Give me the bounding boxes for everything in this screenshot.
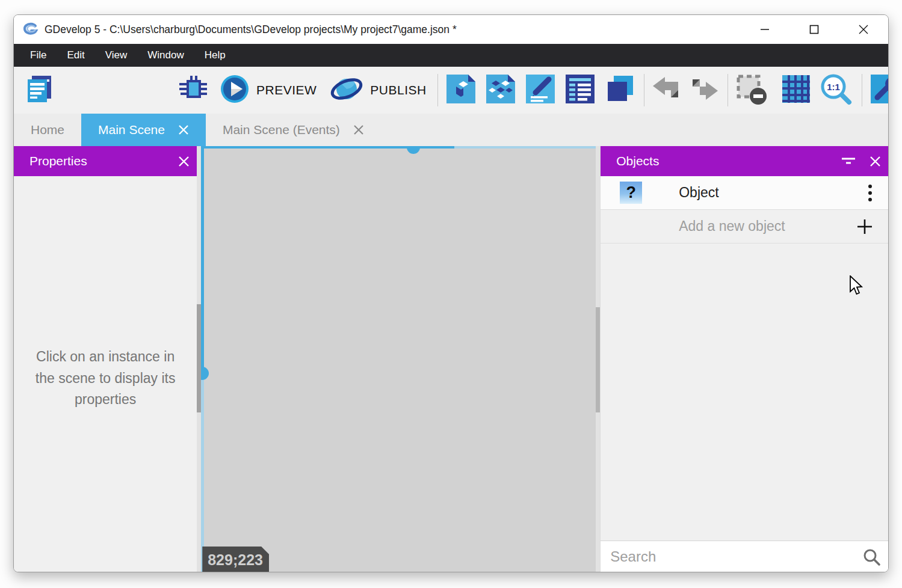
grid-button[interactable] [781, 74, 811, 106]
minimize-button[interactable] [740, 15, 789, 44]
layers-icon [604, 73, 635, 107]
objects-editor-icon [445, 73, 477, 107]
tab-main-scene[interactable]: Main Scene [81, 114, 206, 146]
publish-label: PUBLISH [370, 83, 426, 97]
grid-icon [781, 74, 811, 106]
project-manager-button[interactable] [22, 74, 55, 106]
objects-panel: Objects ? Object [600, 146, 888, 572]
undo-button[interactable] [650, 76, 682, 105]
layers-editor-button[interactable] [604, 73, 635, 107]
canvas-scrollbar-right[interactable] [596, 146, 600, 572]
undo-icon [650, 76, 682, 105]
tab-home[interactable]: Home [14, 114, 81, 146]
close-properties-button[interactable] [170, 146, 197, 176]
maximize-button[interactable] [789, 15, 839, 44]
menu-view[interactable]: View [95, 44, 138, 67]
tab-label: Main Scene (Events) [223, 123, 340, 137]
object-groups-icon [485, 73, 516, 107]
window-title: GDevelop 5 - C:\Users\charburg\Documents… [45, 23, 457, 36]
tab-close-icon[interactable] [178, 124, 189, 135]
publish-globe-icon [330, 74, 363, 106]
tab-close-icon[interactable] [353, 124, 364, 135]
objects-editor-button[interactable] [445, 73, 477, 107]
scene-variables-icon [564, 73, 596, 107]
deselect-instances-button[interactable] [735, 73, 769, 107]
scrollbar-thumb[interactable] [596, 307, 600, 412]
editor-tabs: Home Main Scene Main Scene (Events) [14, 114, 888, 146]
properties-empty-message: Click on an instance in the scene to dis… [26, 346, 184, 411]
scene-properties-pencil-icon [525, 73, 556, 107]
toolbar-divider [644, 74, 644, 106]
properties-panel: Properties Click on an instance in the s… [14, 146, 197, 572]
redo-icon [689, 76, 720, 105]
object-name: Object [679, 185, 718, 201]
menu-window[interactable]: Window [137, 44, 194, 67]
gdevelop-window: GDevelop 5 - C:\Users\charburg\Documents… [13, 14, 889, 572]
play-icon [220, 74, 250, 106]
object-context-menu-button[interactable] [868, 184, 873, 202]
close-objects-button[interactable] [862, 146, 888, 176]
scene-canvas[interactable]: 829;223 [197, 146, 600, 572]
debugger-button[interactable] [178, 74, 208, 106]
tab-label: Home [31, 123, 64, 137]
kebab-menu-icon [868, 184, 873, 202]
screen: GDevelop 5 - C:\Users\charburg\Documents… [0, 0, 902, 588]
object-groups-button[interactable] [485, 73, 516, 107]
zoom-1-1-icon: 1:1 [820, 73, 853, 108]
window-controls [740, 15, 888, 44]
filter-icon [841, 155, 856, 167]
objects-list-empty-area [601, 243, 888, 541]
publish-button[interactable]: PUBLISH [330, 74, 426, 106]
add-object-button[interactable] [857, 219, 873, 234]
add-object-label: Add a new object [679, 218, 785, 234]
debugger-bug-icon [178, 74, 208, 106]
resize-handle-top[interactable] [407, 146, 420, 154]
svg-text:1:1: 1:1 [827, 82, 840, 92]
gdevelop-logo-icon [22, 21, 39, 38]
properties-panel-header: Properties [14, 146, 197, 176]
preview-button[interactable]: PREVIEW [220, 74, 317, 106]
project-manager-icon [22, 74, 55, 106]
close-window-button[interactable] [839, 15, 888, 44]
title-bar: GDevelop 5 - C:\Users\charburg\Documents… [14, 15, 888, 44]
cursor-coordinates-badge: 829;223 [202, 547, 269, 572]
scrollbar-thumb[interactable] [197, 304, 201, 412]
menu-bar: File Edit View Window Help [14, 44, 888, 67]
scene-variables-button[interactable] [564, 73, 596, 107]
deselect-mask-icon [735, 73, 769, 107]
scene-properties-button[interactable] [525, 73, 556, 107]
redo-button[interactable] [689, 76, 720, 105]
properties-panel-title: Properties [29, 154, 87, 168]
object-list-item[interactable]: ? Object [601, 176, 888, 210]
scene-border-top-faded [454, 146, 600, 149]
menu-file[interactable]: File [20, 44, 57, 67]
objects-search-bar [601, 541, 888, 572]
toolbar-divider [862, 74, 862, 106]
tab-main-scene-events[interactable]: Main Scene (Events) [206, 114, 381, 146]
objects-panel-header: Objects [601, 146, 888, 176]
scene-border-left-faded [201, 373, 204, 572]
tools-wrench-icon [870, 73, 889, 107]
search-input[interactable] [601, 548, 854, 565]
toolbar-divider [437, 74, 438, 106]
add-object-row[interactable]: Add a new object [601, 210, 888, 243]
objects-panel-title: Objects [616, 154, 659, 168]
filter-objects-button[interactable] [835, 146, 862, 176]
object-thumbnail-icon: ? [620, 182, 642, 204]
preview-label: PREVIEW [256, 83, 317, 97]
toolbar-divider [727, 74, 728, 106]
open-settings-button[interactable] [870, 73, 889, 107]
plus-icon [857, 219, 873, 234]
menu-edit[interactable]: Edit [57, 44, 94, 67]
tab-label: Main Scene [98, 123, 165, 137]
scene-border-left [201, 146, 204, 373]
search-icon[interactable] [854, 548, 888, 566]
canvas-scrollbar-left[interactable] [197, 146, 201, 572]
menu-help[interactable]: Help [194, 44, 236, 67]
editor-content: Properties Click on an instance in the s… [14, 146, 888, 572]
zoom-original-button[interactable]: 1:1 [820, 73, 853, 108]
toolbar: PREVIEW PUBLISH [14, 67, 888, 114]
